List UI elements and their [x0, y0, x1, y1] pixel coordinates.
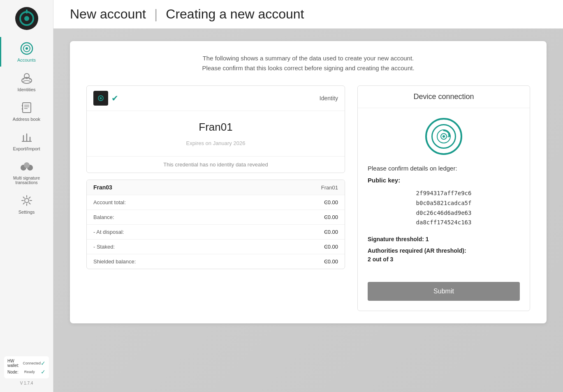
- identity-logo-box: [93, 91, 108, 106]
- main-content: New account | Creating a new account The…: [53, 0, 563, 392]
- page-content: The following shows a summary of the dat…: [53, 29, 563, 392]
- multi-signature-icon: [19, 159, 34, 174]
- sidebar-bottom: HW wallet: Connected ✓ Node: Ready ✓ V 1…: [0, 352, 53, 392]
- summary-intro-line1: The following shows a summary of the dat…: [86, 53, 530, 63]
- account-card: Fran03 Fran01 Account total: Ͼ0.00 Balan…: [86, 180, 345, 269]
- identity-logo-wrap: ✔: [93, 91, 118, 106]
- app-logo: [12, 4, 41, 33]
- accounts-icon: [19, 41, 34, 56]
- app-version: V 1.7.4: [4, 378, 49, 388]
- settings-label: Settings: [19, 210, 35, 214]
- hw-node-status: HW wallet: Connected ✓ Node: Ready ✓: [4, 356, 49, 378]
- identity-card-footer: This credential has no identity data rev…: [87, 156, 345, 173]
- submit-button[interactable]: Submit: [368, 282, 520, 301]
- account-shielded-label: Shielded balance:: [93, 258, 136, 265]
- summary-intro-line2: Please confirm that this looks correct b…: [86, 63, 530, 73]
- left-column: ✔ Identity Fran01 Expires on January 202…: [86, 85, 345, 311]
- sidebar-item-multi-signature[interactable]: Multi signature transactions: [0, 155, 53, 189]
- node-check-icon: ✓: [41, 369, 46, 375]
- header-divider: |: [154, 7, 158, 22]
- account-row-total: Account total: Ͼ0.00: [87, 195, 345, 210]
- identity-card: ✔ Identity Fran01 Expires on January 202…: [86, 85, 345, 173]
- signature-threshold-label: Signature threshold:: [368, 236, 424, 242]
- svg-point-2: [24, 16, 29, 21]
- accounts-label: Accounts: [17, 58, 36, 62]
- address-book-label: Address book: [13, 117, 40, 122]
- identity-label: Identity: [320, 95, 338, 101]
- svg-point-21: [25, 198, 29, 203]
- account-row-at-disposal: - At disposal: Ͼ0.00: [87, 224, 345, 239]
- account-at-disposal-value: Ͼ0.00: [324, 229, 338, 235]
- sidebar-item-address-book[interactable]: Address book: [0, 96, 53, 126]
- account-row-shielded: Shielded balance: Ͼ0.00: [87, 254, 345, 269]
- export-import-label: Export/Import: [13, 146, 40, 151]
- svg-rect-13: [22, 108, 23, 110]
- pubkey-line-3: d0c26c46d6ad9e63: [368, 208, 520, 218]
- export-import-icon: [19, 130, 34, 145]
- sidebar: Accounts Identities: [0, 0, 53, 392]
- identity-card-body: Fran01 Expires on January 2026: [87, 111, 345, 156]
- account-total-value: Ͼ0.00: [324, 199, 338, 205]
- pubkey-line-1: 2f994317aff7e9c6: [368, 189, 520, 198]
- svg-point-24: [100, 97, 102, 99]
- device-connection-body: Please confirm details on ledger: Public…: [358, 108, 530, 274]
- identities-label: Identities: [17, 87, 35, 92]
- sidebar-item-settings[interactable]: Settings: [0, 189, 53, 219]
- header-subtitle: Creating a new account: [166, 7, 304, 22]
- ar-threshold-value: 2 out of 3: [368, 256, 393, 263]
- header-title: New account: [70, 7, 146, 22]
- identity-card-header: ✔ Identity: [87, 86, 345, 111]
- account-at-disposal-label: - At disposal:: [93, 229, 124, 235]
- address-book-icon: [19, 100, 34, 115]
- account-identity-ref: Fran01: [321, 184, 338, 191]
- account-balance-value: Ͼ0.00: [324, 214, 338, 220]
- device-circle-inner: [431, 124, 456, 149]
- device-circle-icon: [425, 118, 462, 155]
- identity-no-data-text: This credential has no identity data rev…: [163, 161, 268, 168]
- signature-threshold-value: 1: [426, 236, 429, 242]
- account-total-label: Account total:: [93, 199, 126, 205]
- pubkey-line-2: b0c0a5821cadca5f: [368, 198, 520, 208]
- page-header: New account | Creating a new account: [53, 0, 563, 29]
- device-public-key-label: Public key:: [368, 177, 520, 184]
- two-col-layout: ✔ Identity Fran01 Expires on January 202…: [86, 85, 530, 311]
- account-shielded-value: Ͼ0.00: [324, 258, 338, 265]
- svg-rect-8: [23, 103, 31, 113]
- identity-verified-icon: ✔: [111, 93, 118, 103]
- device-icon-wrap: [368, 118, 520, 155]
- hw-wallet-status: Connected: [23, 361, 41, 365]
- sidebar-nav: Accounts Identities: [0, 37, 53, 352]
- account-row-balance: Balance: Ͼ0.00: [87, 210, 345, 224]
- svg-point-27: [443, 135, 445, 138]
- sidebar-item-identities[interactable]: Identities: [0, 67, 53, 96]
- device-signature-threshold: Signature threshold: 1: [368, 236, 520, 242]
- account-name: Fran03: [93, 184, 112, 191]
- ar-threshold-label: Authorities required (AR threshold):: [368, 247, 466, 254]
- device-confirm-text: Please confirm details on ledger:: [368, 165, 520, 172]
- identities-icon: [19, 71, 34, 85]
- node-status: Ready: [24, 370, 35, 374]
- summary-card: The following shows a summary of the dat…: [70, 41, 547, 323]
- account-balance-label: Balance:: [93, 214, 114, 220]
- multi-signature-label: Multi signature transactions: [0, 176, 53, 185]
- node-label: Node:: [7, 370, 19, 374]
- device-ar-threshold: Authorities required (AR threshold): 2 o…: [368, 247, 520, 264]
- pubkey-line-4: da8cff174524c163: [368, 218, 520, 228]
- sidebar-item-accounts[interactable]: Accounts: [0, 37, 53, 67]
- device-connection-card: Device connection: [357, 85, 530, 311]
- account-staked-label: - Staked:: [93, 244, 115, 250]
- identity-name: Fran01: [199, 121, 232, 134]
- svg-rect-12: [22, 105, 23, 106]
- right-column: Device connection: [357, 85, 530, 311]
- summary-intro: The following shows a summary of the dat…: [86, 53, 530, 73]
- account-row-staked: - Staked: Ͼ0.00: [87, 239, 345, 254]
- account-staked-value: Ͼ0.00: [324, 244, 338, 250]
- sidebar-item-export-import[interactable]: Export/Import: [0, 126, 53, 155]
- svg-point-5: [25, 47, 28, 50]
- hw-wallet-check-icon: ✓: [41, 360, 46, 367]
- device-connection-title: Device connection: [358, 86, 530, 108]
- device-public-key-value: 2f994317aff7e9c6 b0c0a5821cadca5f d0c26c…: [368, 189, 520, 228]
- hw-wallet-label: HW wallet:: [7, 359, 23, 368]
- account-card-header: Fran03 Fran01: [87, 180, 345, 195]
- identity-expires: Expires on January 2026: [186, 140, 246, 146]
